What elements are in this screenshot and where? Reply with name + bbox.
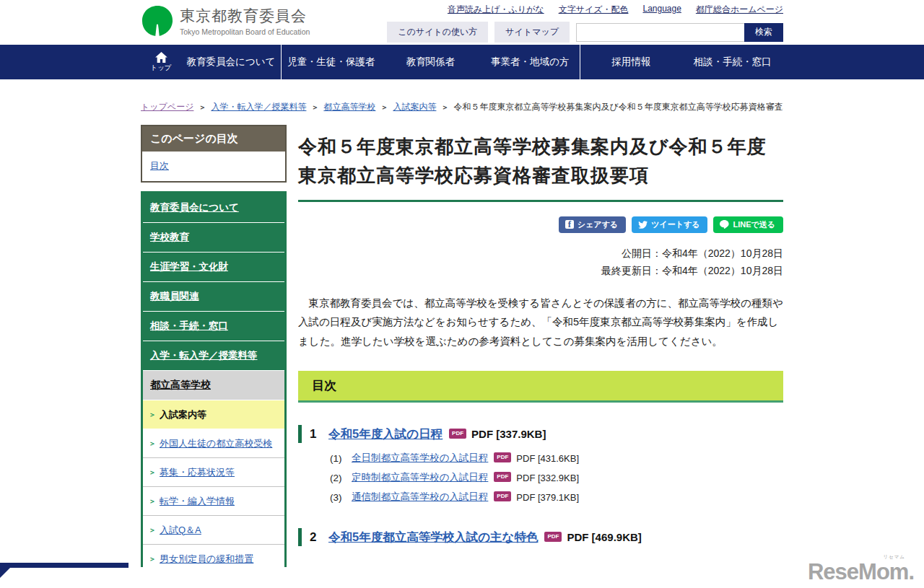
breadcrumb-link-admission[interactable]: 入学・転入学／授業料等 bbox=[211, 102, 306, 112]
sidebar-item-lifelong-learning[interactable]: 生涯学習・文化財 bbox=[143, 253, 284, 282]
page-toc-link[interactable]: 目次 bbox=[150, 160, 169, 171]
utility-links: 音声読み上げ・ふりがな 文字サイズ・配色 Language 都庁総合ホームページ bbox=[448, 4, 783, 16]
sidebar-subitem-exam-qa[interactable]: ＞ 入試Q＆A bbox=[143, 516, 284, 545]
chevron-right-icon: ＞ bbox=[149, 439, 156, 449]
breadcrumb-link-metro-hs[interactable]: 都立高等学校 bbox=[323, 102, 375, 112]
pdf-size: PDF [337.9KB] bbox=[471, 428, 546, 440]
site-logo[interactable]: 東京都教育委員会 Tokyo Metropolitan Board of Edu… bbox=[141, 5, 310, 37]
resemom-ruby-label: リセマム bbox=[883, 554, 905, 561]
page-toc-box: このページの目次 目次 bbox=[141, 125, 287, 183]
toc-sub-number: (1) bbox=[330, 453, 352, 464]
sidebar-subitem-link[interactable]: 男女別定員の緩和措置 bbox=[160, 553, 253, 566]
sidebar-subitem-link[interactable]: 外国人生徒の都立高校受検 bbox=[160, 437, 272, 450]
toc-number: 1 bbox=[310, 427, 328, 442]
toc-item-1: 1 令和5年度入試の日程 PDF PDF [337.9KB] bbox=[298, 425, 783, 443]
twitter-share-label: ツイートする bbox=[651, 219, 699, 230]
line-share-button[interactable]: LINEで送る bbox=[713, 216, 783, 233]
toc-link-exam-schedule[interactable]: 令和5年度入試の日程 bbox=[328, 426, 443, 442]
link-fontsize-color[interactable]: 文字サイズ・配色 bbox=[559, 4, 629, 16]
sidebar-subitem-link[interactable]: 入試Q＆A bbox=[160, 524, 201, 537]
home-icon bbox=[155, 52, 167, 63]
toc-header: 目次 bbox=[298, 371, 783, 403]
page: 東京都教育委員会 Tokyo Metropolitan Board of Edu… bbox=[0, 0, 924, 567]
pdf-icon: PDF bbox=[449, 429, 466, 439]
pdf-icon: PDF bbox=[544, 532, 562, 542]
green-bar bbox=[298, 528, 302, 546]
link-language[interactable]: Language bbox=[642, 4, 681, 16]
sidebar-subitem-foreign-students[interactable]: ＞ 外国人生徒の都立高校受検 bbox=[143, 429, 284, 458]
toc-sublink-fulltime[interactable]: 全日制都立高等学校の入試日程 bbox=[352, 452, 488, 465]
breadcrumb-separator: ＞ bbox=[441, 103, 448, 111]
sidebar-subitem-application-status[interactable]: ＞ 募集・応募状況等 bbox=[143, 458, 284, 487]
site-usage-button[interactable]: このサイトの使い方 bbox=[387, 22, 488, 43]
sidebar-subitem-gender-quota[interactable]: ＞ 男女別定員の緩和措置 bbox=[143, 545, 284, 567]
nav-item-about-board[interactable]: 教育委員会について bbox=[181, 45, 281, 79]
resemom-watermark-logo: リセマム ReseMom. bbox=[808, 559, 914, 585]
breadcrumb-separator: ＞ bbox=[199, 103, 206, 111]
sidebar-subitem-exam-info[interactable]: ＞ 入試案内等 bbox=[143, 400, 284, 429]
pdf-icon: PDF bbox=[494, 472, 511, 482]
nav-item-educators[interactable]: 教育関係者 bbox=[381, 45, 481, 79]
breadcrumb-link-exam-info[interactable]: 入試案内等 bbox=[393, 102, 436, 112]
nav-item-top[interactable]: トップ bbox=[141, 45, 181, 79]
toc-sublist: (1) 全日制都立高等学校の入試日程 PDF PDF [431.6KB] (2)… bbox=[330, 452, 783, 504]
search-box: 検索 bbox=[576, 23, 783, 42]
sidebar-subitem-link[interactable]: 募集・応募状況等 bbox=[160, 466, 235, 479]
pdf-size: PDF [379.1KB] bbox=[516, 492, 579, 503]
sidebar: このページの目次 目次 教育委員会について 学校教育 生涯学習・文化財 教職員関… bbox=[141, 125, 287, 567]
sidebar-item-admission-fees[interactable]: 入学・転入学／授業料等 bbox=[143, 341, 284, 371]
facebook-share-button[interactable]: f シェアする bbox=[559, 216, 626, 233]
twitter-bird-icon bbox=[638, 221, 648, 229]
intro-paragraph: 東京都教育委員会では、都立高等学校を受検する皆さんとその保護者の方に、都立高等学… bbox=[298, 294, 783, 351]
date-block: 公開日：令和4年（2022）10月28日 最終更新日：令和4年（2022）10月… bbox=[298, 245, 783, 280]
line-share-label: LINEで送る bbox=[733, 219, 775, 230]
chevron-right-icon: ＞ bbox=[149, 525, 156, 535]
facebook-icon: f bbox=[565, 220, 574, 229]
toc-number: 2 bbox=[310, 530, 328, 545]
toc-subitem-parttime: (2) 定時制都立高等学校の入試日程 PDF PDF [332.9KB] bbox=[330, 471, 783, 484]
logo-text: 東京都教育委員会 Tokyo Metropolitan Board of Edu… bbox=[180, 6, 310, 36]
sidebar-item-about-board[interactable]: 教育委員会について bbox=[143, 193, 284, 223]
resemom-brand-label: ReseMom. bbox=[808, 559, 914, 584]
sidebar-subitem-transfer-info[interactable]: ＞ 転学・編入学情報 bbox=[143, 487, 284, 516]
sitemap-button[interactable]: サイトマップ bbox=[494, 22, 570, 43]
link-voice-furigana[interactable]: 音声読み上げ・ふりがな bbox=[448, 4, 544, 16]
line-icon bbox=[720, 220, 729, 229]
breadcrumb-separator: ＞ bbox=[311, 103, 318, 111]
breadcrumb-link-top[interactable]: トップページ bbox=[141, 102, 193, 112]
toc-sublink-parttime[interactable]: 定時制都立高等学校の入試日程 bbox=[352, 471, 488, 484]
nav-item-recruitment[interactable]: 採用情報 bbox=[580, 45, 682, 79]
search-input[interactable] bbox=[576, 23, 744, 42]
page-title: 令和５年度東京都立高等学校募集案内及び令和５年度東京都立高等学校応募資格審査取扱… bbox=[298, 132, 783, 202]
logo-subtitle: Tokyo Metropolitan Board of Education bbox=[180, 27, 310, 36]
sidebar-item-consultation[interactable]: 相談・手続・窓口 bbox=[143, 312, 284, 341]
tokyo-ginkgo-icon bbox=[141, 5, 174, 37]
link-metro-home[interactable]: 都庁総合ホームページ bbox=[696, 4, 783, 16]
twitter-share-button[interactable]: ツイートする bbox=[632, 216, 707, 233]
pdf-size: PDF [332.9KB] bbox=[516, 473, 579, 483]
sidebar-item-teachers[interactable]: 教職員関連 bbox=[143, 282, 284, 312]
updated-date: 最終更新日：令和4年（2022）10月28日 bbox=[298, 262, 783, 280]
nav-item-business-community[interactable]: 事業者・地域の方 bbox=[480, 45, 580, 79]
published-date: 公開日：令和4年（2022）10月28日 bbox=[298, 245, 783, 263]
sidebar-section-label: 都立高等学校 bbox=[150, 379, 211, 390]
sidebar-subitem-label: 入試案内等 bbox=[160, 408, 206, 421]
sidebar-subitem-link[interactable]: 転学・編入学情報 bbox=[160, 495, 235, 508]
nav-item-consultation[interactable]: 相談・手続・窓口 bbox=[682, 45, 784, 79]
share-buttons: f シェアする ツイートする LINEで送る bbox=[298, 216, 783, 233]
sidebar-section-metro-hs[interactable]: 都立高等学校 bbox=[143, 371, 284, 400]
chevron-right-icon: ＞ bbox=[149, 496, 156, 506]
sidebar-item-school-education[interactable]: 学校教育 bbox=[143, 223, 284, 253]
toc-sub-number: (3) bbox=[330, 492, 352, 503]
chevron-right-icon: ＞ bbox=[149, 468, 156, 478]
toc-subitem-correspondence: (3) 通信制都立高等学校の入試日程 PDF PDF [379.1KB] bbox=[330, 491, 783, 504]
toc-sublink-correspondence[interactable]: 通信制都立高等学校の入試日程 bbox=[352, 491, 488, 504]
nav-item-students-parents[interactable]: 児童・生徒・保護者 bbox=[282, 45, 381, 79]
footer-edge-triangle bbox=[0, 568, 10, 578]
search-button[interactable]: 検索 bbox=[744, 23, 783, 42]
breadcrumb-current: 令和５年度東京都立高等学校募集案内及び令和５年度東京都立高等学校応募資格審査取扱… bbox=[453, 102, 783, 112]
toc-link-exam-features[interactable]: 令和5年度都立高等学校入試の主な特色 bbox=[328, 530, 538, 545]
pdf-size: PDF [431.6KB] bbox=[516, 453, 579, 464]
breadcrumb-separator: ＞ bbox=[380, 103, 388, 111]
chevron-right-icon: ＞ bbox=[149, 410, 156, 420]
